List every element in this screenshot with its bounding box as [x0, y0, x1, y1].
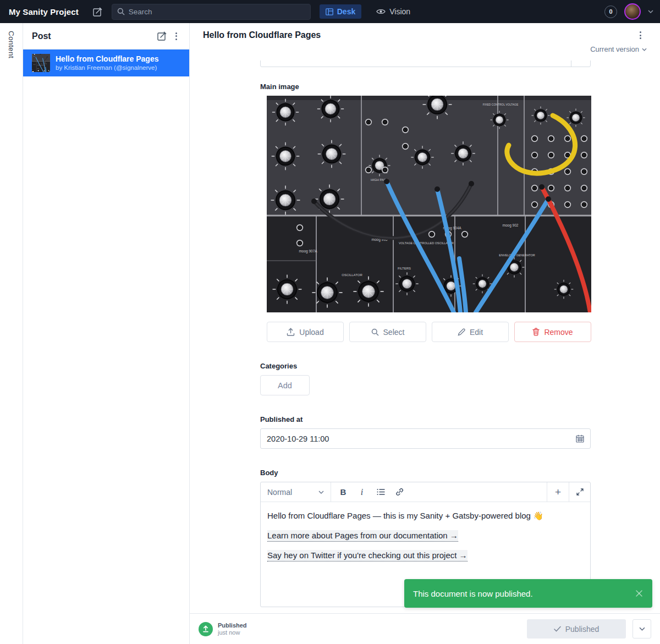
select-button-label: Select [383, 328, 405, 337]
publish-menu-button[interactable] [632, 619, 651, 639]
badge-count: 0 [609, 8, 612, 15]
pencil-icon [458, 328, 465, 336]
document-form-scrollarea[interactable]: Main image Upload [190, 60, 660, 613]
new-document-icon[interactable] [154, 29, 169, 44]
tab-vision[interactable]: Vision [370, 4, 416, 19]
text-style-value: Normal [267, 488, 292, 497]
remove-button[interactable]: Remove [514, 322, 591, 342]
expand-icon [576, 488, 584, 496]
field-categories: Categories Add [260, 362, 591, 395]
publish-button[interactable]: Published [527, 619, 626, 639]
pane-header: Post [23, 23, 189, 49]
published-at-input[interactable] [267, 434, 576, 443]
avatar[interactable] [624, 3, 641, 20]
chevron-down-icon [642, 48, 647, 51]
content-rail-label[interactable]: Content [7, 31, 15, 644]
field-label: Published at [260, 415, 591, 423]
search-input[interactable] [129, 8, 305, 16]
desk-icon [326, 8, 333, 15]
bold-button[interactable]: B [334, 485, 352, 500]
pane-menu-icon[interactable] [169, 32, 183, 40]
document-list-pane: Post Hello from Cloudflare Pages by Kris… [23, 23, 190, 644]
list-item-thumbnail [32, 54, 50, 72]
chevron-down-icon[interactable] [648, 10, 653, 13]
document-title: Hello from Cloudflare Pages [203, 30, 634, 40]
field-label: Body [260, 469, 591, 477]
search-box[interactable] [112, 4, 311, 20]
tab-desk-label: Desk [337, 7, 355, 16]
version-selector[interactable]: Current version [203, 45, 647, 53]
compose-icon[interactable] [91, 4, 105, 19]
field-main-image: Main image Upload [260, 82, 591, 342]
field-label: Categories [260, 362, 591, 370]
bullet-list-icon [377, 488, 385, 496]
calendar-icon[interactable] [576, 434, 584, 443]
notifications-badge[interactable]: 0 [604, 5, 617, 18]
editor-toolbar: Normal B i [261, 482, 590, 502]
version-label: Current version [590, 45, 639, 53]
link-button[interactable] [391, 485, 408, 500]
search-icon [371, 328, 379, 336]
clipped-text-input[interactable] [260, 60, 591, 67]
publish-toast: This document is now published. [404, 579, 652, 608]
chevron-down-icon [639, 627, 645, 631]
top-navbar: My Sanity Project Desk Vision 0 [0, 0, 660, 23]
field-published-at: Published at [260, 415, 591, 449]
field-label: Main image [260, 82, 591, 91]
document-footer: Published just now Published [190, 613, 660, 644]
close-icon[interactable] [635, 589, 644, 598]
eye-icon [376, 8, 386, 15]
body-link-documentation[interactable]: Learn more about Pages from our document… [267, 530, 458, 542]
add-category-button[interactable]: Add [260, 375, 310, 395]
list-item[interactable]: Hello from Cloudflare Pages by Kristian … [23, 49, 189, 76]
upload-icon [287, 328, 295, 336]
body-link-twitter[interactable]: Say hey on Twitter if you're checking ou… [267, 550, 468, 562]
edit-button[interactable]: Edit [432, 322, 509, 342]
pane-title: Post [32, 31, 154, 41]
document-header: Hello from Cloudflare Pages Current vers… [190, 23, 660, 60]
edit-button-label: Edit [470, 328, 483, 337]
upload-button-label: Upload [299, 328, 323, 337]
text-style-select[interactable]: Normal [261, 482, 331, 502]
publish-state: Published just now [199, 622, 247, 636]
tab-desk[interactable]: Desk [320, 4, 361, 19]
clipped-field [260, 60, 591, 67]
publish-time: just now [218, 629, 247, 636]
body-paragraph[interactable]: Hello from Cloudflare Pages — this is my… [267, 510, 584, 521]
remove-button-label: Remove [544, 328, 573, 337]
chevron-down-icon [318, 491, 324, 494]
bullet-list-button[interactable] [372, 485, 389, 500]
italic-button[interactable]: i [353, 485, 371, 500]
main-image-photo[interactable] [267, 96, 591, 312]
published-status-icon [199, 622, 213, 636]
insert-block-button[interactable]: + [547, 482, 569, 502]
list-item-subtitle: by Kristian Freeman (@signalnerve) [56, 64, 158, 71]
document-menu-icon[interactable] [634, 31, 647, 39]
publish-status-label: Published [218, 622, 247, 629]
project-title: My Sanity Project [9, 7, 79, 16]
upload-button[interactable]: Upload [267, 322, 344, 342]
content-rail: Content [0, 23, 23, 644]
link-icon [395, 488, 404, 496]
tab-vision-label: Vision [389, 7, 410, 16]
list-item-title: Hello from Cloudflare Pages [56, 54, 158, 64]
fullscreen-button[interactable] [569, 482, 590, 502]
toast-message: This document is now published. [413, 589, 635, 598]
search-icon [117, 8, 125, 15]
document-editor-pane: Hello from Cloudflare Pages Current vers… [190, 23, 660, 644]
select-button[interactable]: Select [349, 322, 426, 342]
publish-button-label: Published [565, 625, 600, 634]
trash-icon [532, 328, 540, 336]
check-icon [554, 626, 561, 632]
published-at-input-wrap [260, 428, 591, 449]
